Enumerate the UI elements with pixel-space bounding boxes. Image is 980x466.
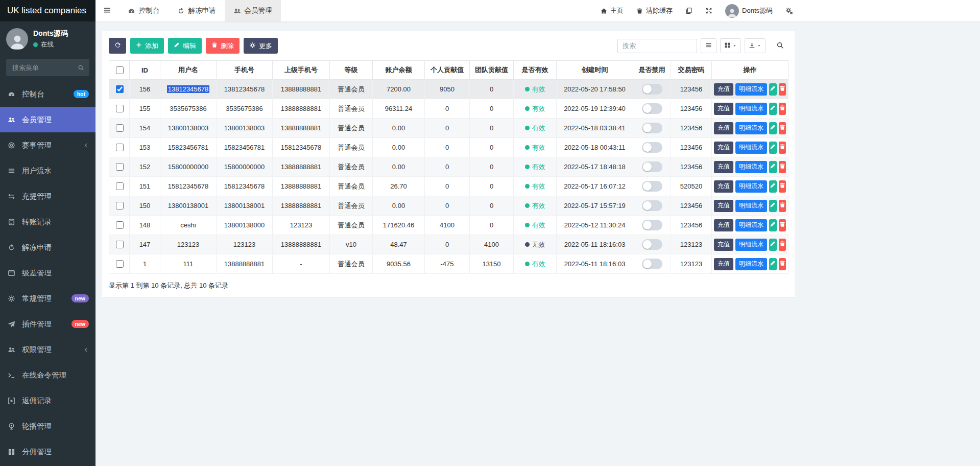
disable-toggle[interactable]: [642, 103, 662, 114]
row-delete-button[interactable]: [779, 103, 786, 115]
toggle-view-button[interactable]: [701, 38, 716, 53]
advanced-search-button[interactable]: [772, 38, 788, 53]
disable-toggle[interactable]: [642, 220, 662, 230]
sidebar-item-record[interactable]: 转账记录: [0, 209, 95, 235]
row-checkbox[interactable]: [116, 85, 124, 93]
disable-toggle[interactable]: [642, 123, 662, 133]
detail-flow-button[interactable]: 明细流水: [735, 83, 767, 96]
disable-toggle[interactable]: [642, 259, 662, 269]
fullscreen-button[interactable]: [705, 7, 712, 14]
edit-button[interactable]: 编辑: [168, 38, 202, 54]
delete-button[interactable]: 删除: [206, 38, 240, 54]
detail-flow-button[interactable]: 明细流水: [735, 239, 767, 251]
row-edit-button[interactable]: [769, 239, 777, 251]
sidebar-item-grid[interactable]: 分佣管理: [0, 439, 95, 464]
cell-actions: 充值明细流水: [712, 196, 788, 216]
sidebar-item-dashboard[interactable]: 控制台hot: [0, 81, 95, 107]
table-search-input[interactable]: [617, 39, 697, 53]
detail-flow-button[interactable]: 明细流水: [735, 219, 767, 231]
recharge-button[interactable]: 充值: [714, 258, 733, 270]
sidebar-item-window[interactable]: 级差管理: [0, 260, 95, 286]
row-checkbox[interactable]: [116, 105, 124, 112]
recharge-button[interactable]: 充值: [714, 122, 733, 134]
row-checkbox[interactable]: [116, 260, 124, 268]
sidebar-item-terminal[interactable]: 在线命令管理: [0, 362, 95, 388]
recharge-button[interactable]: 充值: [714, 200, 733, 212]
detail-flow-button[interactable]: 明细流水: [735, 258, 767, 270]
disable-toggle[interactable]: [642, 161, 662, 172]
disable-toggle[interactable]: [642, 142, 662, 153]
recharge-button[interactable]: 充值: [714, 161, 733, 173]
disable-toggle[interactable]: [642, 181, 662, 192]
recharge-button[interactable]: 充值: [714, 103, 733, 115]
sidebar-item-paper-plane[interactable]: 插件管理new: [0, 311, 95, 337]
disable-toggle[interactable]: [642, 200, 662, 211]
sidebar-item-gear[interactable]: 常规管理new: [0, 286, 95, 311]
row-edit-button[interactable]: [769, 258, 777, 270]
add-button[interactable]: 添加: [130, 38, 164, 54]
row-edit-button[interactable]: [769, 83, 777, 96]
row-edit-button[interactable]: [769, 161, 777, 173]
recharge-button[interactable]: 充值: [714, 219, 733, 231]
row-checkbox[interactable]: [116, 144, 124, 151]
sidebar-item-exchange[interactable]: 充提管理: [0, 183, 95, 209]
row-delete-button[interactable]: [779, 239, 786, 251]
row-checkbox[interactable]: [116, 182, 124, 190]
tab-0[interactable]: 控制台: [119, 0, 169, 21]
cell-username: 111: [160, 254, 217, 274]
detail-flow-button[interactable]: 明细流水: [735, 200, 767, 212]
select-all-checkbox[interactable]: [116, 66, 124, 74]
detail-flow-button[interactable]: 明细流水: [735, 122, 767, 134]
sidebar-search-input[interactable]: [11, 63, 78, 72]
disable-toggle[interactable]: [642, 84, 662, 95]
home-link[interactable]: 主页: [601, 6, 624, 15]
row-delete-button[interactable]: [779, 122, 786, 134]
detail-flow-button[interactable]: 明细流水: [735, 142, 767, 154]
row-checkbox[interactable]: [116, 163, 124, 171]
columns-button[interactable]: [720, 38, 741, 53]
row-delete-button[interactable]: [779, 83, 786, 96]
sidebar-item-commission[interactable]: 返佣记录: [0, 388, 95, 413]
row-edit-button[interactable]: [769, 180, 777, 193]
row-delete-button[interactable]: [779, 200, 786, 212]
recharge-button[interactable]: 充值: [714, 83, 733, 96]
detail-flow-button[interactable]: 明细流水: [735, 180, 767, 193]
sidebar-item-carousel[interactable]: 轮播管理: [0, 413, 95, 439]
row-edit-button[interactable]: [769, 142, 777, 154]
row-edit-button[interactable]: [769, 122, 777, 134]
sidebar-toggle-button[interactable]: [95, 0, 119, 21]
row-edit-button[interactable]: [769, 103, 777, 115]
sidebar-item-unfreeze[interactable]: 解冻申请: [0, 235, 95, 260]
docs-button[interactable]: [685, 7, 692, 14]
row-checkbox[interactable]: [116, 202, 124, 209]
row-delete-button[interactable]: [779, 161, 786, 173]
sidebar-item-list[interactable]: 用户流水: [0, 158, 95, 183]
more-button[interactable]: 更多: [244, 38, 278, 54]
recharge-button[interactable]: 充值: [714, 142, 733, 154]
recharge-button[interactable]: 充值: [714, 239, 733, 251]
user-menu[interactable]: Donts源码: [725, 4, 773, 18]
sidebar-item-users[interactable]: 会员管理: [0, 107, 95, 132]
refresh-button[interactable]: [109, 38, 126, 54]
sidebar-item-users[interactable]: 权限管理: [0, 337, 95, 362]
row-checkbox[interactable]: [116, 221, 124, 229]
recharge-button[interactable]: 充值: [714, 180, 733, 193]
clear-cache-button[interactable]: 清除缓存: [636, 6, 673, 15]
export-button[interactable]: [745, 38, 766, 53]
settings-menu[interactable]: [785, 7, 793, 15]
row-edit-button[interactable]: [769, 219, 777, 231]
row-edit-button[interactable]: [769, 200, 777, 212]
disable-toggle[interactable]: [642, 239, 662, 250]
row-checkbox[interactable]: [116, 241, 124, 248]
row-delete-button[interactable]: [779, 219, 786, 231]
detail-flow-button[interactable]: 明细流水: [735, 103, 767, 115]
column-header: 是否有效: [514, 61, 557, 80]
row-delete-button[interactable]: [779, 142, 786, 154]
detail-flow-button[interactable]: 明细流水: [735, 161, 767, 173]
row-checkbox[interactable]: [116, 124, 124, 132]
tab-1[interactable]: 解冻申请: [169, 0, 225, 21]
tab-2[interactable]: 会员管理: [225, 0, 281, 21]
row-delete-button[interactable]: [779, 180, 786, 193]
row-delete-button[interactable]: [779, 258, 786, 270]
sidebar-item-lifering[interactable]: 赛事管理: [0, 132, 95, 158]
